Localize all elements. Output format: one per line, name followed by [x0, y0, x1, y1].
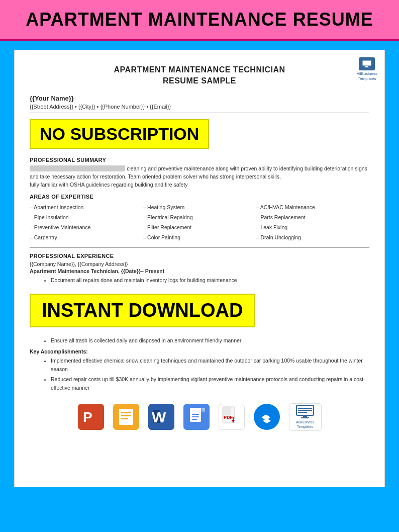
summary-line2: and take necessary action for restoratio… [30, 173, 281, 180]
no-subscription-banner: NO SUBSCRIPTION [30, 116, 369, 152]
svg-rect-2 [364, 67, 369, 67]
expertise-1: – Heating System [143, 203, 256, 212]
svg-rect-6 [119, 409, 133, 425]
svg-rect-34 [303, 416, 307, 417]
header-title: APARTMENT MAINTENANCE RESUME [5, 9, 394, 30]
summary-blurred: Safety of the building and residents men… [30, 165, 125, 171]
key-accomplishments-label: Key Accomplishments: [30, 348, 369, 354]
instant-download-label: INSTANT DOWNLOAD [30, 294, 255, 327]
svg-rect-21 [192, 419, 197, 420]
expertise-3: – Pipe Insulation [30, 213, 143, 222]
expertise-11: – Drain Unclogging [256, 233, 369, 242]
svg-rect-8 [121, 415, 131, 416]
google-slides-icon[interactable] [113, 404, 139, 430]
resume-title-line1: APARTMENT MAINTENANCE TECHNICIAN [30, 65, 369, 74]
expertise-4: – Electrical Repairing [143, 213, 256, 222]
abt-label-line2: Templates [357, 76, 377, 81]
expertise-10: – Color Painting [143, 233, 256, 242]
abt-label-line1: AllBusiness [357, 71, 377, 76]
expertise-6: – Preventive Maintenance [30, 223, 143, 232]
svg-text:P: P [83, 409, 92, 425]
accomplishments-list: Implemented effective chemical snow clea… [41, 357, 369, 392]
divider-2 [30, 247, 369, 248]
candidate-name: {{Your Name}} [30, 95, 369, 102]
abt-bottom-icon[interactable]: AllBusiness Templates [289, 403, 322, 431]
expertise-0: – Apartment Inspection [30, 203, 143, 212]
summary-line1: cleaning and preventive maintenance alon… [127, 165, 367, 171]
divider-1 [30, 113, 369, 113]
summary-line3: fully familiar with OSHA guidelines rega… [30, 182, 188, 188]
svg-text:W: W [152, 409, 166, 425]
bullet-1: Document all repairs done and maintain i… [51, 276, 369, 285]
no-subscription-label: NO SUBSCRIPTION [30, 119, 209, 149]
expertise-7: – Filter Replacement [143, 223, 256, 232]
dropbox-icon[interactable] [254, 404, 280, 430]
expertise-8: – Leak Fixing [256, 223, 369, 232]
svg-rect-1 [365, 66, 368, 67]
icons-bar: P W W [30, 396, 369, 435]
svg-rect-20 [192, 416, 199, 417]
svg-rect-35 [301, 417, 309, 418]
accomplishment-2: Reduced repair costs up till $30K annual… [51, 375, 369, 392]
abt-bottom-label1: AllBusiness [296, 420, 314, 424]
accomplishment-1: Implemented effective chemical snow clea… [51, 357, 369, 374]
resume-card: AllBusiness Templates APARTMENT MAINTENA… [14, 50, 385, 487]
svg-rect-7 [121, 412, 131, 413]
header-banner: APARTMENT MAINTENANCE RESUME [0, 0, 399, 41]
svg-rect-33 [298, 412, 307, 413]
instant-download-banner: INSTANT DOWNLOAD [30, 289, 369, 332]
powerpoint-icon[interactable]: P [78, 404, 104, 430]
abt-logo-corner: AllBusiness Templates [357, 57, 377, 81]
svg-text:PDF: PDF [224, 415, 233, 420]
expertise-9: – Carpentry [30, 233, 143, 242]
svg-rect-19 [192, 414, 199, 415]
summary-text: Safety of the building and residents men… [30, 165, 369, 189]
expertise-5: – Parts Replacement [256, 213, 369, 222]
experience-bullets: Document all repairs done and maintain i… [41, 276, 369, 285]
experience-bullets-2: Ensure all trash is collected daily and … [41, 336, 369, 345]
svg-rect-9 [121, 418, 128, 419]
expertise-2: – AC/HVAC Maintenance [256, 203, 369, 212]
company-info: {{Company Name}}, {{Company Address}} [30, 261, 369, 267]
job-title: Apartment Maintenance Technician, {{Date… [30, 268, 369, 274]
pdf-icon[interactable]: PDF [219, 404, 245, 430]
word-icon[interactable]: W W [148, 404, 174, 430]
section-expertise-title: AREAS OF EXPERTISE [30, 194, 369, 200]
svg-rect-32 [298, 410, 312, 411]
google-docs-icon[interactable] [183, 404, 210, 430]
svg-rect-26 [233, 417, 234, 420]
bullet-2: Ensure all trash is collected daily and … [51, 336, 369, 345]
section-experience-title: PROFESSIONAL EXPERIENCE [30, 253, 369, 259]
svg-rect-0 [362, 60, 371, 66]
resume-title-line2: RESUME SAMPLE [30, 76, 369, 85]
section-professional-summary: PROFESSIONAL SUMMARY [30, 157, 369, 163]
abt-logo-icon [359, 57, 375, 70]
svg-rect-31 [298, 408, 312, 409]
expertise-grid: – Apartment Inspection – Heating System … [30, 203, 369, 242]
candidate-address: {{Street Address}} • {{City}} • {{Phone … [30, 104, 369, 110]
abt-bottom-label2: Templates [297, 425, 313, 428]
